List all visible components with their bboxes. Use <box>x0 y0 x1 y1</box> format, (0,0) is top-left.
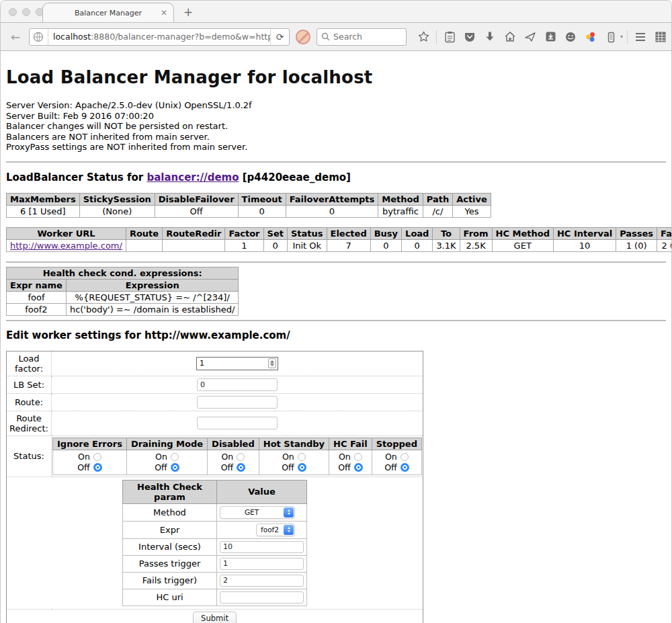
load-factor-input[interactable] <box>197 359 268 368</box>
expr-label: Expr <box>123 521 217 538</box>
health-check-row: Health Check param Value Method GET <box>7 476 423 609</box>
worker-url-link[interactable]: http://www.example.com/ <box>10 241 122 251</box>
draining-mode-on-radio[interactable] <box>171 453 179 461</box>
home-icon[interactable] <box>501 28 519 46</box>
passes-input[interactable] <box>220 558 304 570</box>
search-bar[interactable] <box>317 28 407 46</box>
ignore-errors-cell: On Off <box>53 450 127 474</box>
hc-uri-label: HC uri <box>123 589 217 606</box>
disabled-off-radio[interactable] <box>237 463 245 472</box>
disabled-on-radio[interactable] <box>237 453 245 461</box>
tab-bar: Balancer Manager ✕ + <box>1 1 671 23</box>
table-header-row: Ignore Errors Draining Mode Disabled Hot… <box>53 438 422 450</box>
submit-button[interactable]: Submit <box>193 612 237 623</box>
edit-worker-heading: Edit worker settings for http://www.exam… <box>6 329 666 341</box>
minimize-window-button[interactable] <box>22 8 30 16</box>
section-divider <box>6 261 666 263</box>
stopped-off-radio[interactable] <box>401 463 409 472</box>
lb-set-row: LB Set: <box>7 376 423 393</box>
hc-fail-off-radio[interactable] <box>354 463 363 472</box>
hc-fail-on-radio[interactable] <box>354 453 362 461</box>
worker-row: http://www.example.com/ 1 0 Init Ok 7 0 … <box>7 239 672 251</box>
blocked-content-icon[interactable] <box>296 30 310 44</box>
navigation-toolbar: ← localhost:8880/balancer-manager?b=demo… <box>1 23 671 51</box>
method-select[interactable]: GET <box>220 506 295 519</box>
fails-label: Fails trigger) <box>123 572 217 589</box>
site-identity-globe-icon[interactable] <box>30 29 48 45</box>
grid-tiles-icon[interactable] <box>652 28 669 46</box>
window-controls[interactable] <box>9 8 44 16</box>
ignore-errors-on-radio[interactable] <box>93 453 101 461</box>
send-plane-icon[interactable] <box>521 28 539 46</box>
disabled-cell: On Off <box>208 450 259 474</box>
table-header-row: Health Check param Value <box>123 480 307 503</box>
interval-input[interactable] <box>220 541 304 553</box>
draining-mode-cell: On Off <box>126 450 207 474</box>
new-tab-button[interactable]: + <box>183 5 193 19</box>
hc-uri-input[interactable] <box>220 591 304 604</box>
chevron-down-icon[interactable]: ▾ <box>620 34 623 40</box>
fails-input[interactable] <box>220 575 304 587</box>
route-row: Route: <box>7 393 423 411</box>
status-row: Status: Ignore Errors Draining Mode Disa… <box>7 435 423 476</box>
url-bar[interactable]: localhost:8880/balancer-manager?b=demo&w… <box>29 28 290 46</box>
toolbar-icons: ▾ <box>415 28 669 46</box>
passes-label: Passes trigger <box>123 555 217 572</box>
lb-set-input[interactable] <box>197 378 278 391</box>
close-window-button[interactable] <box>9 8 17 16</box>
table-row: foof %{REQUEST_STATUS} =~ /^[234]/ <box>7 291 239 303</box>
stopped-on-radio[interactable] <box>401 453 409 461</box>
inherit-note-line: Balancers are NOT inherited from main se… <box>6 132 666 142</box>
battery-icon[interactable] <box>602 28 620 46</box>
pocket-icon[interactable] <box>461 28 478 46</box>
interval-row: Interval (secs) <box>123 538 307 555</box>
route-input[interactable] <box>197 396 278 409</box>
select-stepper-icon <box>284 507 294 517</box>
toolbar-separator <box>436 30 437 44</box>
proxypass-note-line: ProxyPass settings are NOT inherited fro… <box>6 142 666 153</box>
expr-select[interactable]: foof2 <box>256 524 295 536</box>
method-label: Method <box>123 503 217 521</box>
search-input[interactable] <box>333 32 397 42</box>
panel-download-icon[interactable] <box>542 28 559 46</box>
hc-uri-row: HC uri <box>123 589 307 606</box>
ignore-errors-off-radio[interactable] <box>93 463 102 472</box>
table-title-row: Health check cond. expressions: <box>7 267 239 279</box>
hot-standby-on-radio[interactable] <box>298 453 306 461</box>
url-text[interactable]: localhost:8880/balancer-manager?b=demo&w… <box>48 32 270 42</box>
edit-worker-form: Load factor: LB Set: Route: Route Redire… <box>6 351 423 623</box>
select-stepper-icon <box>284 525 294 535</box>
route-redirect-row: Route Redirect: <box>7 411 423 435</box>
balancer-status-heading: LoadBalancer Status for balancer://demo … <box>6 171 666 183</box>
load-factor-field[interactable] <box>196 357 278 370</box>
hamburger-menu-icon[interactable] <box>632 28 649 46</box>
draining-mode-off-radio[interactable] <box>171 463 179 472</box>
load-factor-label: Load factor: <box>7 351 52 376</box>
expr-row: Expr foof2 <box>123 521 307 538</box>
route-redirect-input[interactable] <box>197 417 278 429</box>
lb-set-label: LB Set: <box>7 376 52 393</box>
health-check-table: Health Check param Value Method GET <box>122 480 307 606</box>
number-stepper-icon[interactable] <box>268 358 276 368</box>
back-button[interactable]: ← <box>6 28 25 46</box>
balancer-status-table: MaxMembers StickySession DisableFailover… <box>6 193 491 218</box>
balancer-demo-link[interactable]: balancer://demo <box>146 171 239 183</box>
tab-balancer-manager[interactable]: Balancer Manager ✕ <box>42 3 174 22</box>
downloads-arrow-icon[interactable] <box>481 28 499 46</box>
smiley-icon[interactable] <box>562 28 579 46</box>
tab-close-icon[interactable]: ✕ <box>161 8 167 17</box>
hot-standby-off-radio[interactable] <box>298 463 306 472</box>
status-table: Ignore Errors Draining Mode Disabled Hot… <box>52 438 422 475</box>
persist-note-line: Balancer changes will NOT be persisted o… <box>6 121 666 132</box>
route-label: Route: <box>7 393 52 411</box>
reload-icon[interactable]: ⟳ <box>270 29 289 45</box>
submit-row: Submit <box>7 609 423 623</box>
status-radio-row: On Off On Off On Off <box>53 450 422 474</box>
color-dots-icon[interactable] <box>582 28 599 46</box>
stopped-cell: On Off <box>372 450 421 474</box>
clipboard-icon[interactable] <box>441 28 458 46</box>
bookmark-star-icon[interactable] <box>415 28 432 46</box>
interval-label: Interval (secs) <box>123 538 217 555</box>
hc-fail-cell: On Off <box>329 450 372 474</box>
hot-standby-cell: On Off <box>259 450 329 474</box>
